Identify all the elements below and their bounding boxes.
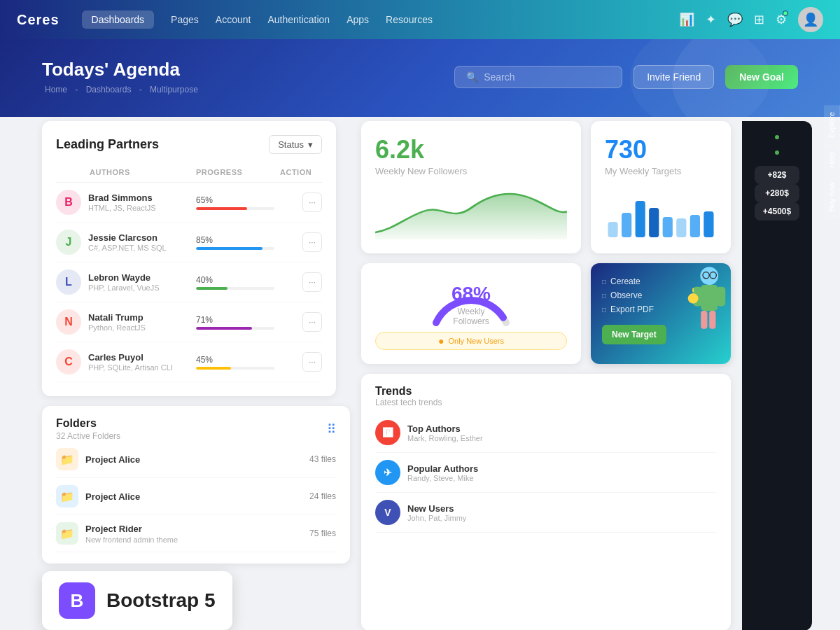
- page-title: Todays' Agenda: [42, 59, 443, 80]
- promo-figure: [671, 263, 731, 344]
- progress-label: 85%: [196, 235, 274, 245]
- folder-icon: 📁: [56, 485, 78, 507]
- status-dot: [775, 135, 779, 139]
- nav-account[interactable]: Account: [216, 14, 251, 25]
- col-action: ACTION: [280, 168, 322, 176]
- folder-files: 75 files: [309, 528, 336, 538]
- status-dropdown[interactable]: Status ▾: [269, 135, 322, 154]
- trends-card: Trends Latest tech trends 🅿 Top Authors …: [361, 374, 731, 630]
- buy-now-tab[interactable]: Buy now: [824, 175, 840, 218]
- user-avatar[interactable]: 👤: [798, 7, 823, 32]
- progress-bar: [196, 207, 274, 210]
- bootstrap-overlay: B Bootstrap 5: [42, 571, 232, 630]
- progress-bar: [196, 247, 274, 250]
- svg-rect-0: [608, 222, 617, 237]
- folders-section: Folders 32 Active Folders ⠿ 📁 Project Al…: [42, 406, 350, 564]
- author-row: B Brad Simmons HTML, JS, ReactJS 65% ···: [56, 183, 322, 223]
- chat-icon[interactable]: 💬: [727, 12, 743, 27]
- targets-label: My Weekly Targets: [605, 166, 717, 176]
- bootstrap-title: Bootstrap 5: [106, 589, 216, 612]
- progress-fill: [196, 207, 247, 210]
- author-tech: PHP, Laravel, VueJS: [88, 284, 160, 292]
- progress-cell: 85%: [196, 235, 280, 250]
- folder-desc: New frontend admin theme: [85, 536, 178, 544]
- svg-rect-7: [704, 211, 713, 237]
- trends-title: Trends: [375, 385, 717, 398]
- followers-count: 6.2k: [375, 135, 567, 164]
- grid-icon[interactable]: ⊞: [754, 12, 764, 27]
- search-box[interactable]: 🔍: [454, 66, 622, 88]
- followers-label: Weekly New Followers: [375, 166, 567, 176]
- folder-name: Project Rider: [85, 524, 178, 534]
- svg-rect-5: [676, 218, 686, 237]
- author-row: L Lebron Wayde PHP, Laravel, VueJS 40% ·…: [56, 262, 322, 302]
- gauge-percent: 68%: [450, 283, 492, 305]
- progress-cell: 40%: [196, 275, 280, 290]
- new-goal-button[interactable]: New Goal: [725, 65, 798, 89]
- svg-rect-2: [636, 201, 645, 237]
- brand-logo: Ceres: [17, 12, 59, 28]
- navbar: Ceres Dashboards Pages Account Authentic…: [0, 0, 840, 39]
- settings-icon[interactable]: ⚙: [776, 12, 787, 27]
- help-tab[interactable]: Help: [824, 145, 840, 175]
- action-button[interactable]: ···: [302, 312, 322, 332]
- new-target-button[interactable]: New Target: [602, 325, 666, 344]
- folder-row: 📁 Project Alice 43 files: [56, 441, 336, 478]
- author-name: Natali Trump: [88, 312, 146, 323]
- action-button[interactable]: ···: [302, 352, 322, 372]
- svg-rect-4: [663, 217, 673, 237]
- progress-bar: [196, 367, 274, 370]
- author-name: Carles Puyol: [88, 352, 173, 363]
- progress-label: 45%: [196, 355, 274, 365]
- panel-title: Leading Partners: [56, 137, 159, 152]
- trend-icon: V: [375, 500, 400, 525]
- nav-authentication[interactable]: Authentication: [267, 14, 330, 25]
- author-info: J Jessie Clarcson C#, ASP.NET, MS SQL: [56, 230, 196, 255]
- followers-card: 6.2k Weekly New Followers: [361, 121, 581, 253]
- action-button[interactable]: ···: [302, 272, 322, 292]
- search-input[interactable]: [484, 71, 603, 83]
- bootstrap-icon: B: [59, 582, 95, 619]
- trend-row: V New Users John, Pat, Jimmy: [375, 493, 717, 533]
- author-avatar: B: [56, 190, 81, 215]
- dark-stat: +280$: [755, 184, 799, 202]
- main-content: Leading Partners Status ▾ AUTHORS PROGRE…: [0, 110, 840, 630]
- folder-files-hidden: 24 files: [309, 491, 336, 501]
- dark-stat: +82$: [755, 166, 799, 184]
- folder-info: 📁 Project Alice: [56, 485, 309, 507]
- action-button[interactable]: ···: [302, 192, 322, 212]
- trend-sub: Mark, Rowling, Esther: [407, 434, 483, 442]
- nav-apps[interactable]: Apps: [346, 14, 369, 25]
- folders-title: Folders: [56, 417, 120, 430]
- col-progress: PROGRESS: [196, 168, 280, 176]
- nav-pages[interactable]: Pages: [171, 14, 199, 25]
- svg-rect-6: [690, 215, 700, 237]
- progress-fill: [196, 287, 227, 290]
- progress-cell: 45%: [196, 355, 280, 370]
- trend-name: Top Authors: [407, 424, 483, 434]
- author-avatar: L: [56, 270, 81, 295]
- folder-info: 📁 Project Rider New frontend admin theme: [56, 522, 309, 545]
- invite-friend-button[interactable]: Invite Friend: [634, 65, 714, 89]
- author-avatar: J: [56, 230, 81, 255]
- author-info: L Lebron Wayde PHP, Laravel, VueJS: [56, 270, 196, 295]
- author-tech: HTML, JS, ReactJS: [88, 204, 156, 212]
- author-row: J Jessie Clarcson C#, ASP.NET, MS SQL 85…: [56, 223, 322, 262]
- author-row: C Carles Puyol PHP, SQLite, Artisan CLI …: [56, 342, 322, 382]
- author-tech: PHP, SQLite, Artisan CLI: [88, 363, 173, 372]
- progress-bar: [196, 327, 274, 330]
- nav-dashboards[interactable]: Dashboards: [82, 10, 155, 29]
- explore-tab[interactable]: Explore: [824, 105, 840, 145]
- nav-resources[interactable]: Resources: [386, 14, 433, 25]
- sparkle-icon[interactable]: ✦: [706, 12, 716, 27]
- author-tech: C#, ASP.NET, MS SQL: [88, 244, 167, 252]
- folder-row-hidden: 📁 Project Alice 24 files: [56, 478, 336, 515]
- folder-name: Project Alice: [85, 491, 140, 502]
- chart-icon[interactable]: 📊: [679, 12, 694, 27]
- author-name: Lebron Wayde: [88, 272, 160, 283]
- progress-label: 65%: [196, 195, 274, 205]
- progress-fill: [196, 327, 252, 330]
- action-button[interactable]: ···: [302, 232, 322, 252]
- right-sidebar: Explore Help Buy now: [824, 105, 840, 218]
- folders-menu-icon[interactable]: ⠿: [327, 421, 336, 437]
